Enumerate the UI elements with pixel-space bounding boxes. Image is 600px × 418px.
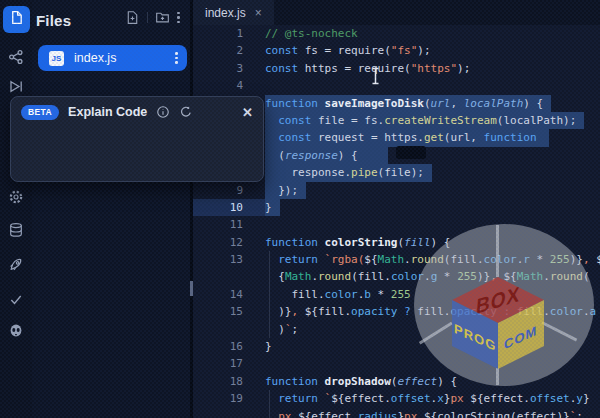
files-panel: Files JS index.js [32,0,190,418]
file-name: index.js [74,51,116,65]
indent-guide [269,251,270,338]
divider-drag-handle[interactable] [190,281,193,296]
explain-code-popup: BETA Explain Code ✕ [10,96,264,182]
line-number [193,321,265,338]
line-number: 12 [193,234,265,251]
editor-tabbar: index.js × [193,0,600,25]
database-icon [8,222,24,238]
code-row[interactable]: 15 )}, ${fill.opacity ? fill.opacity : f… [193,303,600,320]
line-number: 10 [193,199,265,216]
line-number: 11 [193,216,265,233]
code-row[interactable]: 9 }); [193,182,600,199]
code-row[interactable]: 14 fill.color.b * 255 [193,286,600,303]
code-row[interactable]: 12function colorString(fill) { [193,234,600,251]
code-row[interactable]: 4 [193,77,600,94]
close-icon[interactable]: ✕ [242,105,253,120]
sidebar-item-database[interactable] [8,222,24,238]
code-row[interactable]: 18function dropShadow(effect) { [193,373,600,390]
code-row[interactable]: 16} [193,338,600,355]
sidebar-item-extras[interactable] [8,323,24,339]
add-folder-icon[interactable] [155,10,170,25]
add-file-icon[interactable] [125,10,140,25]
sidebar-item-settings[interactable] [8,189,24,205]
check-icon [8,292,24,307]
code-row[interactable]: {Math.round(fill.color.g * 255)}, ${Math… [193,268,600,285]
sidebar-item-run[interactable] [8,78,24,95]
line-number: 15 [193,303,265,320]
line-number: 9 [193,182,265,199]
code-area[interactable]: 1// @ts-nocheck2const fs = require("fs")… [193,25,600,418]
code-row[interactable]: 10} [193,199,600,216]
alien-icon [8,323,24,339]
code-row[interactable]: 3const https = require("https"); [193,60,600,77]
file-item-indexjs[interactable]: JS index.js [38,45,187,71]
selection-widget [396,146,426,159]
line-number [193,268,265,285]
code-rows: 1// @ts-nocheck2const fs = require("fs")… [193,25,600,418]
code-row[interactable]: 13 return `rgba(${Math.round(fill.color.… [193,251,600,268]
popup-title: Explain Code [68,105,147,119]
sidebar-item-checks[interactable] [8,292,24,307]
files-panel-title: Files [36,12,71,29]
gear-icon [8,189,24,205]
code-row[interactable]: px ${effect.radius}px ${colorString(effe… [193,408,600,418]
fork-icon [8,49,24,65]
sidebar-item-deploy[interactable] [8,256,24,273]
line-number: 14 [193,286,265,303]
file-kebab-icon[interactable] [175,52,178,64]
sidebar-item-version-control[interactable] [8,49,24,65]
js-file-icon: JS [49,51,64,66]
kebab-icon[interactable] [177,12,180,24]
tab-label: index.js [205,6,246,20]
run-icon [8,78,24,95]
rocket-icon [8,256,24,273]
line-number: 2 [193,42,265,59]
panel-resize-divider[interactable] [190,0,193,418]
beta-badge: BETA [21,105,59,120]
line-number: 4 [193,77,265,94]
tab-indexjs[interactable]: index.js × [193,0,274,25]
line-number: 17 [193,355,265,372]
line-number: 19 [193,390,265,407]
refresh-icon[interactable] [179,105,193,119]
line-number [193,408,265,418]
sidebar-item-files[interactable] [3,6,30,33]
code-row[interactable]: 11 [193,216,600,233]
line-number: 16 [193,338,265,355]
code-editor: index.js × 1// @ts-nocheck2const fs = re… [193,0,600,418]
code-row[interactable]: 17 [193,355,600,372]
file-icon [9,10,24,29]
code-row[interactable]: 1// @ts-nocheck [193,25,600,42]
code-row[interactable]: 2const fs = require("fs"); [193,42,600,59]
line-number: 18 [193,373,265,390]
indent-guide [269,390,270,418]
line-number: 13 [193,251,265,268]
line-number: 1 [193,25,265,42]
tab-close-icon[interactable]: × [255,7,262,19]
header-divider [147,12,148,23]
app-window: Files JS index.js index.js × 1// @ts-noc… [0,0,600,418]
info-icon[interactable] [156,105,170,119]
tool-sidebar [0,0,32,418]
line-number: 3 [193,60,265,77]
code-row[interactable]: )`; [193,321,600,338]
code-row[interactable]: 19 return `${effect.offset.x}px ${effect… [193,390,600,407]
